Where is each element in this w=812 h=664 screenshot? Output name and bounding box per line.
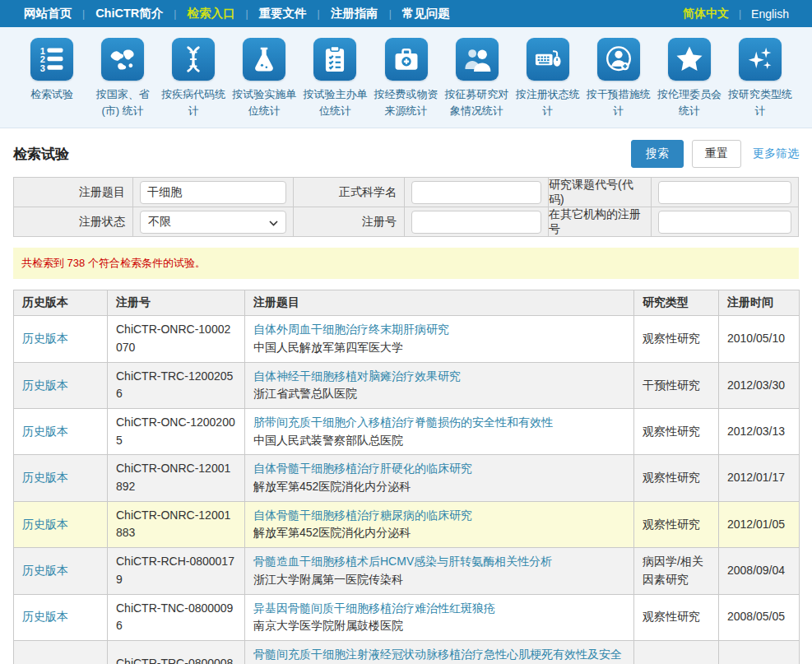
keyboard-mouse-icon — [527, 38, 569, 81]
history-version-link[interactable]: 历史版本 — [22, 332, 68, 345]
history-version-cell: 历史版本 — [14, 594, 108, 640]
lang-chinese[interactable]: 简体中文 — [673, 7, 739, 21]
history-version-link[interactable]: 历史版本 — [22, 518, 68, 531]
reset-button[interactable]: 重置 — [692, 140, 741, 168]
icon-menu-stats-by-funding-source[interactable]: 按经费或物资来源统计 — [370, 38, 441, 119]
nav-item-3[interactable]: 检索入口 — [176, 6, 245, 21]
history-version-cell: 历史版本 — [14, 548, 108, 594]
form-label-1-1: 注册号 — [294, 207, 405, 237]
form-input-1-1[interactable] — [411, 211, 541, 234]
doctor-icon — [597, 38, 640, 81]
form-label-1-0: 注册状态 — [14, 207, 133, 237]
icon-menu-stats-by-implementing-unit[interactable]: 按试验实施单位统计 — [229, 38, 299, 119]
icon-menu-search-trials[interactable]: 123检索试验 — [16, 38, 87, 103]
history-version-cell: 历史版本 — [14, 362, 108, 408]
study-type-cell: 观察性研究 — [634, 409, 719, 455]
registration-date-cell: 2012/01/05 — [719, 501, 800, 547]
trial-title-link[interactable]: 自体骨髓干细胞移植治疗糖尿病的临床研究 — [253, 508, 472, 522]
people-icon — [456, 38, 499, 81]
registration-number-cell: ChiCTR-TRC-12002056 — [108, 362, 245, 408]
table-row: 历史版本ChiCTR-ONRC-12001883自体骨髓干细胞移植治疗糖尿病的临… — [14, 501, 800, 547]
trial-title-link[interactable]: 脐带间充质干细胞介入移植治疗脊髓损伤的安全性和有效性 — [253, 416, 553, 429]
trial-title-link[interactable]: 自体骨髓干细胞移植治疗肝硬化的临床研究 — [253, 462, 472, 475]
nav-item-5[interactable]: 注册指南 — [320, 6, 389, 21]
trial-title-link[interactable]: 骨髓间充质干细胞注射液经冠状动脉移植治疗急性心肌梗死有效性及安全性的随机... — [253, 648, 622, 664]
registration-date-cell: 2012/01/17 — [719, 455, 800, 501]
icon-menu-stats-by-study-type[interactable]: 按研究类型统计 — [725, 38, 796, 119]
column-header-5: 注册时间 — [719, 290, 800, 316]
history-version-link[interactable]: 历史版本 — [22, 564, 68, 577]
history-version-cell: 历史版本 — [14, 640, 108, 664]
registration-number-cell: ChiCTR-TNC-08000096 — [108, 594, 245, 640]
flask-icon — [243, 38, 285, 81]
table-row: 历史版本ChiCTR-ONRC-12001892自体骨髓干细胞移植治疗肝硬化的临… — [14, 455, 800, 501]
numbered-list-icon: 123 — [30, 38, 73, 81]
medkit-icon — [385, 38, 428, 81]
form-field-cell: 不限 — [133, 207, 294, 237]
organization-name: 南京大学医学院附属鼓楼医院 — [253, 617, 625, 635]
icon-menu-label: 按注册状态统计 — [513, 86, 583, 119]
icon-menu-stats-by-intervention[interactable]: 按干预措施统计 — [583, 38, 654, 119]
icon-menu-stats-by-disease-code[interactable]: 按疾病代码统计 — [158, 38, 229, 119]
select-value: 不限 — [148, 215, 171, 230]
trial-title-link[interactable]: 自体外周血干细胞治疗终末期肝病研究 — [253, 323, 449, 336]
more-filters-link[interactable]: 更多筛选 — [753, 146, 799, 161]
form-input-1-2[interactable] — [658, 211, 791, 234]
trial-title-link[interactable]: 异基因骨髓间质干细胞移植治疗难治性红斑狼疮 — [253, 601, 495, 615]
table-row: 历史版本ChiCTR-ONRC-10002070自体外周血干细胞治疗终末期肝病研… — [14, 316, 800, 362]
icon-menu-stats-by-sponsor-unit[interactable]: 按试验主办单位统计 — [299, 38, 370, 119]
form-field-cell — [133, 178, 294, 207]
icon-menu-label: 按研究类型统计 — [725, 86, 796, 119]
form-input-0-2[interactable] — [658, 181, 791, 204]
title-cell: 骨髓造血干细胞移植术后HCMV感染与肝转氨酶相关性分析浙江大学附属第一医院传染科 — [245, 548, 634, 594]
icon-menu-label: 按国家、省 (市) 统计 — [87, 86, 158, 119]
registration-number-cell: ChiCTR-TRC-08000080 — [108, 640, 245, 664]
world-map-icon — [101, 38, 144, 81]
icon-menu-stats-by-registration-status[interactable]: 按注册状态统计 — [513, 38, 583, 119]
nav-item-2[interactable]: ChiCTR简介 — [85, 6, 174, 21]
table-row: 历史版本ChiCTR-ONC-12002005脐带间充质干细胞介入移植治疗脊髓损… — [14, 409, 800, 455]
trial-title-link[interactable]: 自体神经干细胞移植对脑瘫治疗效果研究 — [253, 369, 461, 383]
form-input-0-0[interactable] — [140, 181, 286, 204]
title-cell: 自体骨髓干细胞移植治疗糖尿病的临床研究解放军第452医院消化内分泌科 — [245, 501, 634, 547]
registration-date-cell: 2008/04/10 — [719, 640, 800, 664]
title-cell: 自体外周血干细胞治疗终末期肝病研究中国人民解放军第四军医大学 — [245, 316, 634, 362]
result-count-message: 共检索到 738 个符合检索条件的试验。 — [13, 248, 799, 279]
registration-status-select[interactable]: 不限 — [140, 211, 286, 234]
form-label-1-2: 在其它机构的注册号 — [549, 207, 652, 237]
trial-title-link[interactable]: 骨髓造血干细胞移植术后HCMV感染与肝转氨酶相关性分析 — [253, 555, 552, 568]
search-form: 注册题目正式科学名研究课题代号(代码)注册状态不限注册号在其它机构的注册号 — [13, 177, 799, 237]
chevron-down-icon — [269, 216, 278, 229]
history-version-link[interactable]: 历史版本 — [22, 610, 68, 623]
title-cell: 骨髓间充质干细胞注射液经冠状动脉移植治疗急性心肌梗死有效性及安全性的随机...中… — [245, 640, 634, 664]
toolbar-actions: 搜索 重置 更多筛选 — [631, 140, 799, 168]
form-label-0-2: 研究课题代号(代码) — [549, 178, 652, 207]
history-version-link[interactable]: 历史版本 — [22, 471, 68, 484]
icon-menu-stats-by-region[interactable]: 按国家、省 (市) 统计 — [87, 38, 158, 119]
organization-name: 中国人民解放军第四军医大学 — [253, 339, 625, 357]
history-version-link[interactable]: 历史版本 — [22, 378, 68, 392]
main-menu: 网站首页|ChiCTR简介|检索入口|重要文件|注册指南|常见问题 — [13, 6, 461, 21]
nav-item-1[interactable]: 网站首页 — [13, 6, 82, 21]
form-input-0-1[interactable] — [411, 181, 541, 204]
form-field-cell — [652, 178, 799, 207]
star-icon — [668, 38, 711, 81]
organization-name: 解放军第452医院消化内分泌科 — [253, 478, 625, 496]
form-field-cell — [652, 207, 799, 237]
table-row: 历史版本ChiCTR-TNC-08000096异基因骨髓间质干细胞移植治疗难治性… — [14, 594, 800, 640]
lang-english[interactable]: English — [741, 7, 799, 21]
icon-menu-stats-by-recruitment[interactable]: 按征募研究对象情况统计 — [442, 38, 513, 119]
registration-number-cell: ChiCTR-ONRC-12001883 — [108, 501, 245, 547]
organization-name: 浙江省武警总队医院 — [253, 385, 625, 403]
history-version-link[interactable]: 历史版本 — [22, 425, 68, 438]
column-header-4: 研究类型 — [634, 290, 719, 316]
column-header-3: 注册题目 — [245, 290, 634, 316]
search-button[interactable]: 搜索 — [631, 140, 684, 168]
page-title: 检索试验 — [13, 145, 69, 164]
icon-menu-label: 按伦理委员会统计 — [654, 86, 725, 119]
nav-item-6[interactable]: 常见问题 — [392, 6, 461, 21]
nav-item-4[interactable]: 重要文件 — [248, 6, 318, 21]
icon-menu-label: 按经费或物资来源统计 — [370, 86, 441, 119]
icon-menu-stats-by-ethics-committee[interactable]: 按伦理委员会统计 — [654, 38, 725, 119]
search-toolbar: 检索试验 搜索 重置 更多筛选 — [13, 140, 799, 168]
